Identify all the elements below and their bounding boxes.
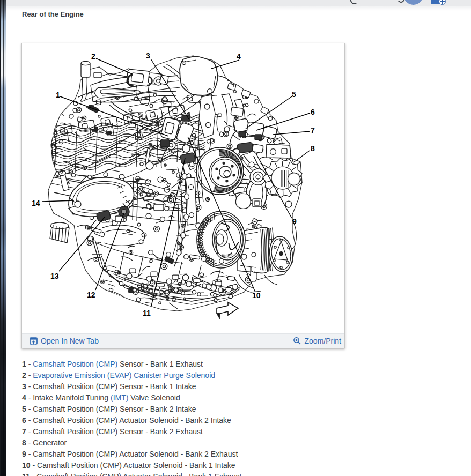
svg-text:9: 9: [292, 217, 297, 226]
svg-text:8: 8: [311, 144, 315, 153]
svg-text:10: 10: [252, 291, 261, 300]
svg-text:2: 2: [91, 52, 95, 61]
svg-text:7: 7: [311, 126, 315, 135]
svg-text:5: 5: [292, 90, 296, 99]
svg-text:14: 14: [32, 199, 40, 207]
svg-text:6: 6: [311, 108, 315, 116]
svg-text:12: 12: [87, 291, 95, 299]
svg-text:13: 13: [50, 272, 59, 280]
svg-text:4: 4: [237, 52, 241, 61]
svg-text:3: 3: [146, 51, 150, 60]
svg-text:1: 1: [56, 91, 60, 99]
svg-text:11: 11: [143, 309, 151, 317]
